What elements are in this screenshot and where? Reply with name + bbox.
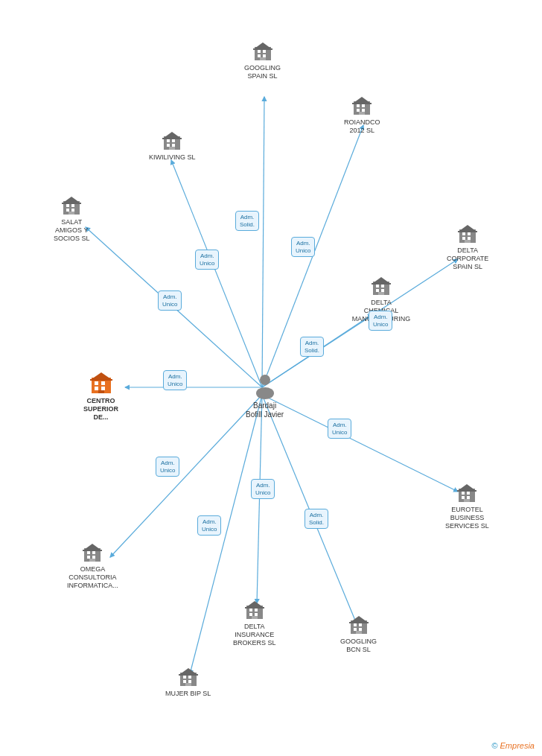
adm-badge-6[interactable]: Adm.Solid. (300, 337, 324, 357)
svg-rect-107 (188, 680, 191, 683)
center-node[interactable]: BardajiBofill Javier (246, 372, 284, 419)
adm-badge-9[interactable]: Adm.Unico (156, 457, 179, 477)
svg-rect-34 (167, 144, 170, 147)
svg-rect-106 (183, 680, 186, 683)
svg-rect-64 (95, 381, 98, 385)
svg-rect-55 (372, 283, 391, 285)
svg-rect-72 (462, 492, 465, 495)
person-icon (252, 372, 278, 399)
svg-rect-105 (188, 676, 191, 679)
node-centro-superior[interactable]: CENTROSUPERIORDE... (83, 371, 118, 421)
node-delta-insurance-label: DELTAINSURANCEBROKERS SL (233, 623, 276, 647)
building-icon (61, 195, 82, 216)
adm-badge-11[interactable]: Adm.Solid. (305, 509, 328, 529)
svg-rect-73 (467, 492, 470, 495)
svg-rect-80 (87, 551, 90, 554)
svg-rect-68 (98, 390, 104, 393)
svg-rect-48 (462, 232, 465, 235)
node-roiandco[interactable]: ROIANDCO2012 SL (344, 95, 380, 135)
svg-rect-104 (183, 676, 186, 679)
adm-badge-7[interactable]: Adm.Unico (163, 370, 187, 390)
svg-marker-69 (92, 372, 111, 379)
node-delta-corporate[interactable]: DELTACORPORATESPAIN SL (447, 223, 488, 270)
diagram: BardajiBofill Javier GOOGLINGSPAIN SL RO… (0, 0, 542, 756)
svg-rect-40 (66, 204, 69, 207)
center-label: BardajiBofill Javier (246, 401, 284, 419)
svg-rect-71 (457, 490, 476, 492)
svg-rect-16 (258, 50, 261, 53)
node-salat[interactable]: SALATAMIGOS YSOCIOS SL (54, 195, 90, 242)
node-mujer-bip-label: MUJER BIP SL (165, 690, 211, 698)
svg-rect-24 (357, 104, 360, 107)
building-icon (371, 276, 392, 296)
node-eurotel[interactable]: EUROTELBUSINESSSERVICES SL (445, 483, 489, 530)
svg-marker-45 (63, 197, 80, 203)
svg-rect-63 (90, 379, 112, 381)
node-googling-bcn-label: GOOGLINGBCN SL (340, 638, 377, 654)
svg-marker-53 (459, 225, 476, 231)
node-mujer-bip[interactable]: MUJER BIP SL (165, 667, 211, 698)
svg-rect-87 (245, 607, 264, 609)
adm-badge-12[interactable]: Adm.Unico (197, 515, 221, 536)
svg-rect-58 (376, 289, 379, 292)
svg-point-12 (260, 375, 270, 385)
svg-rect-89 (255, 609, 258, 612)
node-roiandco-label: ROIANDCO2012 SL (344, 118, 380, 135)
watermark-copy: © (491, 741, 497, 750)
svg-rect-23 (352, 103, 372, 104)
svg-rect-28 (359, 112, 365, 115)
adm-badge-8[interactable]: Adm.Unico (328, 419, 351, 439)
svg-rect-91 (255, 613, 258, 616)
watermark-brand: Empresia (500, 741, 535, 750)
node-googling-spain[interactable]: GOOGLINGSPAIN SL (244, 41, 281, 80)
svg-line-8 (110, 395, 262, 557)
adm-badge-10[interactable]: Adm.Unico (251, 479, 275, 499)
svg-marker-109 (180, 668, 197, 674)
svg-rect-75 (467, 496, 470, 499)
svg-rect-97 (359, 623, 362, 626)
svg-rect-49 (468, 232, 471, 235)
svg-rect-66 (95, 387, 98, 390)
svg-rect-20 (260, 57, 266, 60)
svg-marker-37 (164, 132, 180, 138)
svg-rect-108 (185, 683, 191, 686)
svg-rect-33 (172, 139, 175, 142)
node-googling-bcn[interactable]: GOOGLINGBCN SL (340, 614, 377, 654)
adm-badge-5[interactable]: Adm.Unico (369, 311, 392, 331)
building-icon-orange (89, 371, 113, 395)
svg-rect-95 (349, 622, 369, 623)
svg-rect-98 (354, 628, 357, 631)
svg-line-0 (262, 97, 264, 387)
svg-rect-15 (253, 48, 272, 50)
building-icon (244, 600, 265, 620)
adm-badge-1[interactable]: Adm.Solid. (235, 211, 259, 231)
svg-rect-57 (381, 285, 384, 288)
adm-badge-2[interactable]: Adm.Unico (291, 237, 315, 257)
svg-line-2 (171, 160, 262, 387)
watermark: © Empresia (491, 741, 535, 750)
svg-rect-51 (468, 237, 471, 240)
node-eurotel-label: EUROTELBUSINESSSERVICES SL (445, 506, 489, 530)
adm-badge-3[interactable]: Adm.Unico (195, 250, 219, 270)
svg-rect-39 (62, 203, 81, 204)
svg-rect-36 (169, 147, 175, 150)
svg-rect-50 (462, 237, 465, 240)
building-icon (162, 130, 182, 151)
node-kiwiliving-label: KIWILIVING SL (149, 153, 196, 162)
node-omega[interactable]: OMEGACONSULTORIAINFORMATICA... (67, 542, 118, 589)
svg-rect-96 (354, 623, 357, 626)
node-kiwiliving[interactable]: KIWILIVING SL (149, 130, 196, 162)
svg-rect-52 (465, 240, 471, 243)
svg-rect-44 (68, 212, 74, 215)
svg-marker-85 (84, 544, 101, 550)
svg-rect-59 (381, 289, 384, 292)
svg-rect-92 (252, 616, 258, 619)
adm-badge-4[interactable]: Adm.Unico (158, 290, 182, 311)
svg-marker-77 (459, 484, 475, 490)
svg-rect-35 (172, 144, 175, 147)
node-delta-corporate-label: DELTACORPORATESPAIN SL (447, 247, 488, 270)
svg-rect-31 (162, 138, 182, 139)
node-omega-label: OMEGACONSULTORIAINFORMATICA... (67, 565, 118, 589)
node-delta-insurance[interactable]: DELTAINSURANCEBROKERS SL (233, 600, 276, 647)
svg-rect-67 (101, 387, 105, 390)
